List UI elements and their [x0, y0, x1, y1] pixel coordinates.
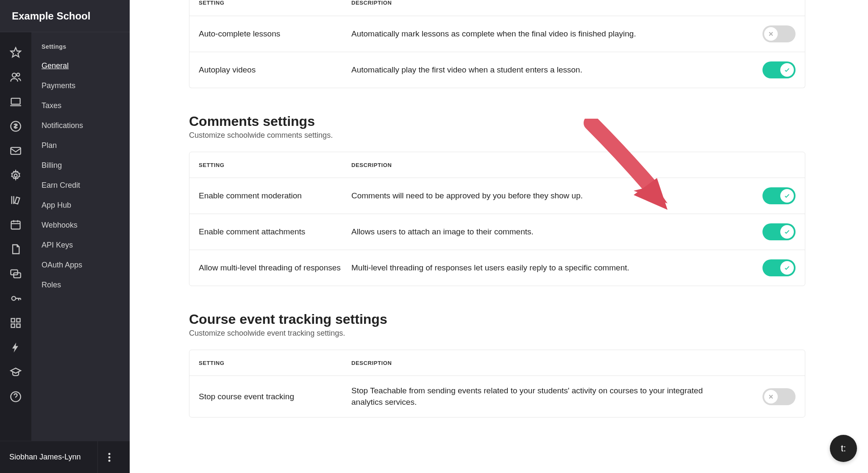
setting-description: Automatically mark lessons as complete w…: [351, 28, 753, 40]
sidebar-item-payments[interactable]: Payments: [31, 76, 130, 96]
laptop-icon[interactable]: [0, 91, 31, 113]
setting-row-threading: Allow multi-level threading of responses…: [189, 250, 805, 286]
section-title: Course event tracking settings: [189, 312, 834, 327]
sidebar-heading: Settings: [31, 32, 130, 56]
svg-rect-7: [11, 221, 20, 229]
svg-point-17: [108, 456, 110, 458]
chat-icon[interactable]: [0, 263, 31, 285]
svg-point-6: [14, 174, 17, 177]
section-title: Comments settings: [189, 114, 834, 129]
setting-description: Multi-level threading of responses let u…: [351, 262, 753, 274]
setting-row-autocomplete: Auto-complete lessons Automatically mark…: [189, 16, 805, 52]
apps-icon[interactable]: [0, 312, 31, 334]
column-header-setting: SETTING: [199, 360, 351, 366]
help-icon[interactable]: [0, 386, 31, 408]
setting-description: Stop Teachable from sending events relat…: [351, 385, 753, 408]
sidebar-item-general[interactable]: General: [31, 56, 130, 76]
svg-rect-3: [11, 98, 20, 104]
setting-description: Allows users to attach an image to their…: [351, 226, 753, 238]
setting-description: Comments will need to be approved by you…: [351, 190, 753, 202]
sidebar-item-notifications[interactable]: Notifications: [31, 116, 130, 136]
svg-rect-14: [17, 324, 20, 327]
key-icon[interactable]: [0, 287, 31, 309]
svg-rect-12: [17, 319, 20, 322]
section-subtitle: Customize schoolwide comments settings.: [189, 131, 834, 140]
comments-settings-table: SETTING DESCRIPTION Enable comment moder…: [189, 152, 805, 286]
calendar-icon[interactable]: [0, 214, 31, 236]
user-footer: Siobhan James-Lynn: [0, 441, 130, 473]
svg-point-18: [108, 459, 110, 462]
svg-rect-11: [11, 319, 15, 322]
user-name: Siobhan James-Lynn: [9, 453, 81, 462]
svg-point-10: [12, 296, 16, 300]
user-menu-button[interactable]: [97, 441, 120, 473]
school-name: Example School: [0, 0, 130, 32]
sidebar: Example School Settings General Payments…: [31, 0, 130, 473]
sidebar-item-plan[interactable]: Plan: [31, 136, 130, 156]
setting-name: Autoplay videos: [199, 65, 351, 75]
gear-icon[interactable]: [0, 164, 31, 186]
setting-name: Enable comment attachments: [199, 227, 351, 236]
icon-rail: [0, 0, 31, 473]
svg-rect-5: [11, 147, 20, 154]
comments-section: Comments settings Customize schoolwide c…: [189, 114, 834, 286]
setting-row-stop-tracking: Stop course event tracking Stop Teachabl…: [189, 376, 805, 417]
sidebar-item-roles[interactable]: Roles: [31, 275, 130, 295]
svg-point-16: [108, 453, 110, 455]
page-icon[interactable]: [0, 238, 31, 260]
tracking-section: Course event tracking settings Customize…: [189, 312, 834, 417]
setting-row-attachments: Enable comment attachments Allows users …: [189, 214, 805, 250]
section-subtitle: Customize schoolwide event tracking sett…: [189, 329, 834, 338]
column-header-description: DESCRIPTION: [351, 162, 753, 168]
toggle-autocomplete-lessons[interactable]: [762, 25, 796, 42]
users-icon[interactable]: [0, 66, 31, 88]
lesson-settings-table: SETTING DESCRIPTION Auto-complete lesson…: [189, 0, 805, 88]
sidebar-item-taxes[interactable]: Taxes: [31, 96, 130, 116]
tracking-settings-table: SETTING DESCRIPTION Stop course event tr…: [189, 350, 805, 417]
sidebar-item-billing[interactable]: Billing: [31, 156, 130, 175]
toggle-comment-moderation[interactable]: [762, 187, 796, 204]
sidebar-item-app-hub[interactable]: App Hub: [31, 195, 130, 215]
setting-row-autoplay: Autoplay videos Automatically play the f…: [189, 52, 805, 88]
help-chat-button[interactable]: t:: [830, 435, 857, 462]
setting-name: Auto-complete lessons: [199, 29, 351, 39]
column-header-setting: SETTING: [199, 0, 351, 6]
column-header-description: DESCRIPTION: [351, 360, 753, 366]
mail-icon[interactable]: [0, 140, 31, 162]
graduation-icon[interactable]: [0, 361, 31, 383]
column-header-description: DESCRIPTION: [351, 0, 753, 6]
dollar-icon[interactable]: [0, 115, 31, 137]
setting-name: Allow multi-level threading of responses: [199, 263, 351, 273]
toggle-autoplay-videos[interactable]: [762, 61, 796, 78]
column-header-setting: SETTING: [199, 162, 351, 168]
toggle-multi-level-threading[interactable]: [762, 259, 796, 276]
books-icon[interactable]: [0, 189, 31, 211]
main-content: SETTING DESCRIPTION Auto-complete lesson…: [130, 0, 868, 473]
toggle-stop-tracking[interactable]: [762, 388, 796, 405]
sidebar-item-api-keys[interactable]: API Keys: [31, 235, 130, 255]
svg-marker-0: [11, 47, 20, 57]
setting-name: Stop course event tracking: [199, 392, 351, 401]
sidebar-item-webhooks[interactable]: Webhooks: [31, 215, 130, 235]
setting-name: Enable comment moderation: [199, 191, 351, 200]
svg-point-1: [12, 73, 16, 77]
toggle-comment-attachments[interactable]: [762, 223, 796, 240]
setting-row-moderation: Enable comment moderation Comments will …: [189, 178, 805, 214]
sidebar-item-earn-credit[interactable]: Earn Credit: [31, 175, 130, 195]
svg-rect-13: [11, 324, 15, 327]
setting-description: Automatically play the first video when …: [351, 64, 753, 76]
bolt-icon[interactable]: [0, 337, 31, 359]
star-icon[interactable]: [0, 42, 31, 64]
svg-point-2: [17, 73, 19, 76]
sidebar-item-oauth-apps[interactable]: OAuth Apps: [31, 255, 130, 275]
